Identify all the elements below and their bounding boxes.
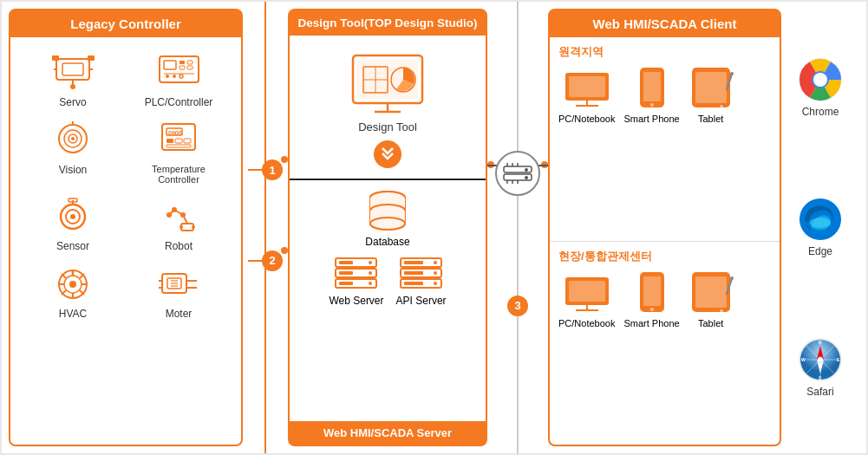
chrome-label: Chrome: [802, 106, 839, 118]
device-phone2: Smart Phone: [623, 270, 679, 328]
svg-point-108: [525, 168, 528, 172]
svg-point-98: [434, 271, 437, 275]
vision-label: Vision: [59, 164, 87, 176]
svg-point-99: [434, 282, 437, 285]
device-vision: Vision: [24, 117, 121, 185]
moter-label: Moter: [166, 308, 193, 320]
svg-point-5: [70, 84, 75, 89]
svg-point-90: [369, 282, 372, 285]
zone-local: 현장/통합관제센터 PC/Notebook: [550, 242, 780, 445]
badge-3: 3: [507, 296, 528, 316]
pc-notebook-icon: [560, 68, 614, 110]
webserver-label: Web Server: [329, 295, 383, 307]
svg-point-121: [730, 72, 734, 75]
phone2-label: Smart Phone: [623, 318, 679, 328]
double-arrow-badge: [374, 140, 401, 168]
client-body: 원격지역 PC/Notebook: [550, 37, 780, 445]
svg-text:W: W: [801, 357, 806, 362]
svg-point-40: [172, 207, 177, 212]
smartphone1-icon: [636, 65, 669, 110]
svg-rect-12: [187, 61, 193, 64]
device-phone1: Smart Phone: [623, 65, 679, 124]
design-tool-header: Design Tool(TOP Design Studio): [290, 10, 486, 36]
middle-section: Design Tool(TOP Design Studio) Design To…: [288, 9, 487, 446]
database-item: Database: [362, 189, 414, 248]
svg-point-97: [434, 261, 437, 264]
svg-point-109: [525, 176, 528, 179]
robot-label: Robot: [165, 240, 193, 252]
pc1-label: PC/Notebook: [558, 114, 615, 124]
svg-point-128: [650, 308, 654, 311]
device-tablet1: Tablet: [689, 65, 734, 124]
servo-icon: [47, 49, 99, 93]
svg-rect-96: [404, 282, 423, 285]
hvac-label: HVAC: [59, 308, 87, 320]
design-tool-area: Design Tool: [290, 42, 486, 180]
database-icon: [362, 189, 414, 232]
database-label: Database: [365, 236, 409, 248]
browsers-section: Chrome Edge: [781, 9, 859, 446]
svg-rect-86: [339, 271, 353, 275]
svg-rect-9: [164, 61, 176, 69]
browser-chrome: Chrome: [798, 57, 843, 118]
svg-rect-87: [339, 282, 353, 285]
svg-rect-29: [166, 145, 191, 147]
svg-point-138: [810, 218, 831, 228]
server-footer-label: Web HMI/SCADA Server: [290, 421, 486, 445]
tablet2-label: Tablet: [698, 318, 723, 328]
svg-point-54: [69, 281, 76, 288]
design-tool-label: Design Tool: [358, 120, 417, 133]
tablet1-label: Tablet: [698, 114, 723, 124]
device-moter: Moter: [130, 261, 227, 320]
svg-rect-111: [569, 76, 605, 97]
svg-rect-1: [62, 63, 83, 75]
pc2-icon: [560, 273, 614, 315]
apiserver-icon: [397, 255, 445, 291]
svg-rect-35: [181, 224, 193, 231]
legacy-grid: Servo: [10, 37, 241, 332]
apiserver-label: API Server: [396, 295, 447, 307]
svg-rect-85: [339, 261, 353, 264]
svg-text:N: N: [819, 340, 822, 345]
svg-rect-130: [695, 276, 727, 308]
svg-rect-10: [179, 61, 185, 64]
device-pc1: PC/Notebook: [558, 68, 615, 124]
badge-2: 2: [262, 250, 283, 271]
svg-rect-26: [166, 139, 173, 143]
tablet1-icon: [689, 65, 734, 110]
zone-remote-devices: PC/Notebook Smart Phone: [558, 65, 771, 124]
server-area: Database We: [290, 180, 486, 421]
svg-point-39: [180, 212, 186, 218]
svg-point-81: [370, 218, 405, 230]
hvac-icon: [47, 261, 99, 304]
safari-label: Safari: [806, 386, 833, 398]
edge-label: Edge: [808, 245, 832, 257]
servo-label: Servo: [59, 96, 86, 108]
router-icon: [495, 151, 540, 196]
moter-icon: [153, 261, 205, 304]
svg-rect-13: [187, 66, 193, 69]
apiserver-item: API Server: [396, 255, 447, 307]
legacy-section: Legacy Controller Servo: [9, 9, 243, 446]
network-connector: 3: [487, 2, 548, 453]
svg-point-16: [173, 75, 176, 78]
svg-point-89: [369, 271, 372, 275]
svg-rect-127: [643, 276, 661, 306]
svg-rect-6: [52, 55, 59, 61]
device-temp: 0900 Temperature Controller: [130, 117, 227, 185]
smartphone2-icon: [636, 270, 669, 315]
pc2-label: PC/Notebook: [558, 318, 615, 328]
plc-label: PLC/Controller: [145, 96, 213, 108]
device-tablet2: Tablet: [689, 270, 734, 328]
chrome-icon: [798, 57, 843, 102]
webserver-item: Web Server: [329, 255, 383, 307]
zone-remote-label: 원격지역: [558, 44, 771, 60]
device-sensor: Sensor: [24, 193, 121, 252]
svg-point-41: [166, 212, 172, 218]
left-connector: 1 2: [243, 2, 288, 453]
svg-point-21: [71, 137, 75, 140]
svg-point-17: [179, 75, 183, 78]
svg-rect-95: [404, 271, 423, 275]
svg-point-42: [192, 225, 195, 229]
legacy-header: Legacy Controller: [10, 10, 241, 37]
